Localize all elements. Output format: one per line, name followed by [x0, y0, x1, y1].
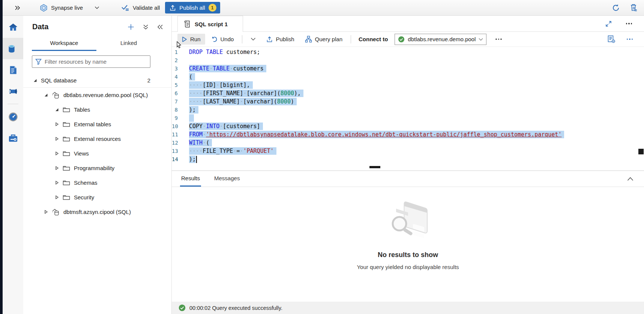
code-line[interactable]: 7····[LAST_NAME]·[varchar](8000): [172, 97, 644, 106]
code-token: (: [189, 73, 192, 80]
text-cursor: [196, 156, 197, 163]
rail-item-home[interactable]: [3, 16, 23, 38]
code-line[interactable]: 6····[FIRST_NAME]·[varchar](8000),: [172, 89, 644, 97]
code-line[interactable]: 9: [172, 114, 644, 122]
expand-panel-icon[interactable]: [14, 5, 21, 11]
more-icon[interactable]: [492, 36, 506, 43]
code-line[interactable]: 11FROM·'https://dbtlabsynapsedatalake.bl…: [172, 130, 644, 139]
tree-item[interactable]: Views: [23, 146, 171, 161]
code-line[interactable]: 3CREATE·TABLE·customers: [172, 64, 644, 73]
code-line[interactable]: 14);: [172, 155, 644, 163]
query-plan-button[interactable]: Query plan: [300, 33, 347, 45]
tree-item-label: SQL database: [41, 77, 77, 84]
expanded-arrow-icon[interactable]: [55, 108, 59, 112]
run-button[interactable]: Run: [177, 34, 205, 45]
collapse-panel-icon[interactable]: [157, 24, 163, 30]
filter-resources-input[interactable]: [45, 58, 147, 65]
vertical-scrollbar-thumb[interactable]: [638, 149, 644, 154]
more-icon[interactable]: [623, 36, 637, 43]
rail-item-monitor[interactable]: [3, 106, 23, 127]
editor-tab-title: SQL script 1: [195, 21, 228, 27]
tree-item[interactable]: dbtmsft.azsyn.cipool (SQL): [23, 205, 171, 219]
rail-item-integrate[interactable]: [3, 81, 23, 102]
code-line[interactable]: 2: [172, 56, 644, 64]
publish-count-badge: 1: [209, 4, 216, 12]
code-token: ·: [216, 82, 219, 88]
tree-item[interactable]: dbtlabs.revenue.demo.pool (SQL): [23, 88, 171, 102]
horizontal-scrollbar-thumb[interactable]: [369, 166, 380, 168]
left-nav-rail: [3, 16, 23, 314]
publish-all-label: Publish all: [179, 4, 205, 11]
tree-item[interactable]: Programmability: [23, 161, 171, 175]
code-token: ·: [240, 148, 243, 154]
sidebar-tabs: Workspace Linked: [32, 36, 161, 51]
rail-item-develop[interactable]: [3, 59, 23, 81]
code-line[interactable]: 8);: [172, 106, 644, 114]
chevron-down-icon: [251, 37, 256, 41]
code-line[interactable]: 12WITH·(: [172, 139, 644, 147]
tree-item[interactable]: Schemas: [23, 175, 171, 190]
synapse-live-icon: [40, 4, 48, 12]
expanded-arrow-icon[interactable]: [44, 93, 48, 97]
sql-editor[interactable]: 1DROP TABLE customers;23CREATE·TABLE·cus…: [172, 47, 644, 170]
tab-results[interactable]: Results: [180, 171, 201, 187]
collapsed-arrow-icon[interactable]: [55, 151, 59, 156]
line-number: 5: [172, 82, 178, 88]
rail-item-manage[interactable]: [3, 127, 23, 149]
tree-item[interactable]: SQL database2: [23, 73, 171, 88]
tab-workspace[interactable]: Workspace: [32, 36, 96, 51]
code-line[interactable]: 4(: [172, 73, 644, 81]
tree-item-label: External resources: [74, 136, 121, 142]
code-line[interactable]: 5····[ID]·[bigint],: [172, 81, 644, 89]
tree-item[interactable]: Security: [23, 190, 171, 205]
code-line[interactable]: 1DROP TABLE customers;: [172, 48, 644, 56]
expand-all-icon[interactable]: [143, 24, 149, 30]
collapsed-arrow-icon[interactable]: [55, 195, 59, 199]
tree-item[interactable]: External tables: [23, 117, 171, 132]
publish-upload-icon: [266, 36, 273, 43]
tree-item[interactable]: Tables: [23, 102, 171, 117]
code-token: [ID]: [203, 82, 216, 88]
trash-icon[interactable]: [630, 3, 638, 12]
undo-button[interactable]: Undo: [207, 34, 239, 45]
code-token: ·: [219, 123, 223, 130]
run-options-dropdown[interactable]: [246, 35, 260, 43]
code-token: [customers]: [223, 123, 260, 130]
publish-all-button[interactable]: Publish all 1: [165, 2, 220, 13]
more-icon[interactable]: [622, 20, 636, 27]
tab-messages[interactable]: Messages: [213, 171, 241, 187]
collapsed-arrow-icon[interactable]: [55, 181, 59, 185]
connect-to-label: Connect to: [359, 36, 388, 42]
connect-to-dropdown[interactable]: dbtlabs.revenue.demo.pool: [395, 34, 486, 45]
rail-item-data[interactable]: [3, 38, 23, 59]
code-token: ·: [240, 98, 243, 105]
collapse-results-icon[interactable]: [627, 171, 644, 187]
validate-all-button[interactable]: Validate all: [121, 4, 160, 11]
code-lines: 1DROP TABLE customers;23CREATE·TABLE·cus…: [172, 48, 644, 163]
add-icon[interactable]: [128, 24, 134, 30]
publish-button[interactable]: Publish: [262, 34, 299, 45]
collapsed-arrow-icon[interactable]: [55, 122, 59, 126]
rail-divider: [8, 104, 18, 104]
folder-icon: [63, 194, 70, 200]
expand-editor-icon[interactable]: [605, 21, 612, 27]
session-properties-icon[interactable]: [607, 35, 615, 43]
mode-selector[interactable]: Synapse live: [40, 4, 99, 12]
refresh-icon[interactable]: [612, 4, 620, 12]
code-token: ·: [209, 65, 213, 72]
tab-linked[interactable]: Linked: [96, 36, 161, 51]
code-token: customers: [233, 65, 263, 72]
publish-label: Publish: [276, 36, 294, 42]
tree-item[interactable]: External resources: [23, 132, 171, 146]
code-line[interactable]: 13····FILE_TYPE·=·'PARQUET': [172, 147, 644, 155]
collapsed-arrow-icon[interactable]: [55, 137, 59, 141]
code-line[interactable]: 10COPY·INTO·[customers]: [172, 122, 644, 130]
tab-sql-script-1[interactable]: SQL script 1: [177, 16, 243, 32]
chevron-down-icon[interactable]: [95, 6, 99, 9]
collapsed-arrow-icon[interactable]: [55, 166, 59, 170]
code-token: 8000: [277, 98, 291, 105]
collapsed-arrow-icon[interactable]: [44, 210, 48, 214]
tree-item-label: dbtlabs.revenue.demo.pool (SQL): [63, 92, 148, 98]
expanded-arrow-icon[interactable]: [33, 78, 37, 82]
undo-icon: [211, 36, 218, 42]
